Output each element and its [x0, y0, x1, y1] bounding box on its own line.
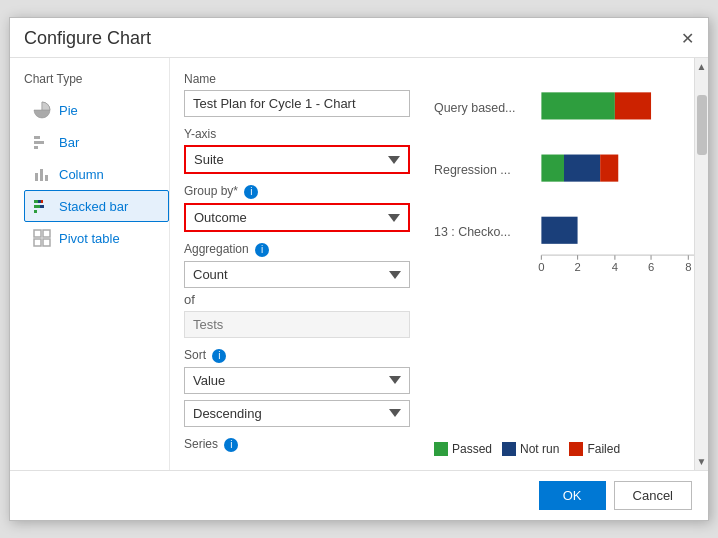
bar-notrun-1: [564, 155, 600, 182]
chart-type-bar[interactable]: Bar: [24, 126, 169, 158]
sort-value-select[interactable]: Value: [184, 367, 410, 394]
pivot-table-label: Pivot table: [59, 231, 120, 246]
svg-rect-3: [35, 173, 38, 181]
y-axis-select[interactable]: Suite: [184, 145, 410, 174]
scrollbar: ▲ ▼: [694, 58, 708, 469]
svg-rect-2: [34, 146, 38, 149]
legend-passed-color: [434, 442, 448, 456]
chart-type-column[interactable]: Column: [24, 158, 169, 190]
svg-rect-6: [34, 200, 38, 203]
svg-text:Query based...: Query based...: [434, 101, 515, 115]
aggregation-select[interactable]: Count: [184, 261, 410, 288]
chart-legend: Passed Not run Failed: [434, 442, 694, 456]
svg-text:13 : Checko...: 13 : Checko...: [434, 225, 511, 239]
svg-text:0: 0: [538, 261, 544, 273]
legend-notrun: Not run: [502, 442, 559, 456]
svg-text:6: 6: [648, 261, 654, 273]
svg-rect-13: [43, 230, 50, 237]
scroll-thumb[interactable]: [697, 95, 707, 155]
ok-button[interactable]: OK: [539, 481, 606, 510]
dialog-footer: OK Cancel: [10, 470, 708, 520]
title-bar: Configure Chart ✕: [10, 18, 708, 58]
bar-icon: [33, 133, 51, 151]
legend-failed: Failed: [569, 442, 620, 456]
svg-rect-14: [34, 239, 41, 246]
svg-rect-7: [38, 200, 41, 203]
name-input[interactable]: [184, 90, 410, 117]
svg-text:4: 4: [612, 261, 618, 273]
legend-failed-color: [569, 442, 583, 456]
dialog-title: Configure Chart: [24, 28, 151, 49]
svg-rect-15: [43, 239, 50, 246]
chart-type-pivot-table[interactable]: Pivot table: [24, 222, 169, 254]
stacked-bar-icon: [33, 197, 51, 215]
chart-type-panel: Chart Type Pie: [10, 58, 170, 469]
bar-passed-0: [541, 93, 614, 120]
legend-passed-label: Passed: [452, 442, 492, 456]
aggregation-field-label: Aggregation i: [184, 242, 410, 257]
bar-failed-0: [615, 93, 651, 120]
series-info-icon[interactable]: i: [224, 438, 238, 452]
scroll-down-arrow[interactable]: ▼: [694, 453, 710, 470]
legend-notrun-color: [502, 442, 516, 456]
svg-rect-0: [34, 136, 40, 139]
svg-text:2: 2: [574, 261, 580, 273]
configure-chart-dialog: Configure Chart ✕ Chart Type Pie: [9, 17, 709, 520]
name-field-label: Name: [184, 72, 410, 86]
pie-icon: [33, 101, 51, 119]
legend-passed: Passed: [434, 442, 492, 456]
group-by-select[interactable]: Outcome: [184, 203, 410, 232]
stacked-bar-label: Stacked bar: [59, 199, 128, 214]
scroll-up-arrow[interactable]: ▲: [694, 58, 710, 75]
group-by-field-label: Group by* i: [184, 184, 410, 199]
svg-rect-12: [34, 230, 41, 237]
sort-info-icon[interactable]: i: [212, 349, 226, 363]
legend-failed-label: Failed: [587, 442, 620, 456]
chart-preview-panel: Query based... Regression ... 13 : Check…: [424, 58, 694, 469]
svg-rect-11: [34, 210, 37, 213]
close-button[interactable]: ✕: [681, 31, 694, 47]
svg-rect-1: [34, 141, 44, 144]
svg-text:Regression ...: Regression ...: [434, 163, 511, 177]
chart-area: Query based... Regression ... 13 : Check…: [434, 72, 694, 435]
column-label: Column: [59, 167, 104, 182]
aggregation-info-icon[interactable]: i: [255, 243, 269, 257]
bar-failed-1: [600, 155, 618, 182]
column-icon: [33, 165, 51, 183]
chart-svg: Query based... Regression ... 13 : Check…: [434, 72, 694, 309]
cancel-button[interactable]: Cancel: [614, 481, 692, 510]
svg-text:8: 8: [685, 261, 691, 273]
sort-order-select[interactable]: Descending: [184, 400, 410, 427]
chart-type-stacked-bar[interactable]: Stacked bar: [24, 190, 169, 222]
legend-notrun-label: Not run: [520, 442, 559, 456]
pivot-table-icon: [33, 229, 51, 247]
pie-label: Pie: [59, 103, 78, 118]
config-panel: Name Y-axis Suite Group by* i Outcome Ag…: [170, 58, 424, 469]
of-label: of: [184, 292, 410, 307]
dialog-body: Chart Type Pie: [10, 58, 708, 469]
chart-type-pie[interactable]: Pie: [24, 94, 169, 126]
y-axis-field-label: Y-axis: [184, 127, 410, 141]
svg-rect-10: [40, 205, 44, 208]
bar-passed-1: [541, 155, 564, 182]
series-field-label: Series i: [184, 437, 410, 452]
group-by-info-icon[interactable]: i: [244, 185, 258, 199]
bar-notrun-2: [541, 217, 577, 244]
svg-rect-4: [40, 169, 43, 181]
of-input: [184, 311, 410, 338]
svg-rect-8: [41, 200, 43, 203]
svg-rect-5: [45, 175, 48, 181]
chart-type-label: Chart Type: [24, 72, 169, 86]
bar-label: Bar: [59, 135, 79, 150]
sort-field-label: Sort i: [184, 348, 410, 363]
svg-rect-9: [34, 205, 40, 208]
